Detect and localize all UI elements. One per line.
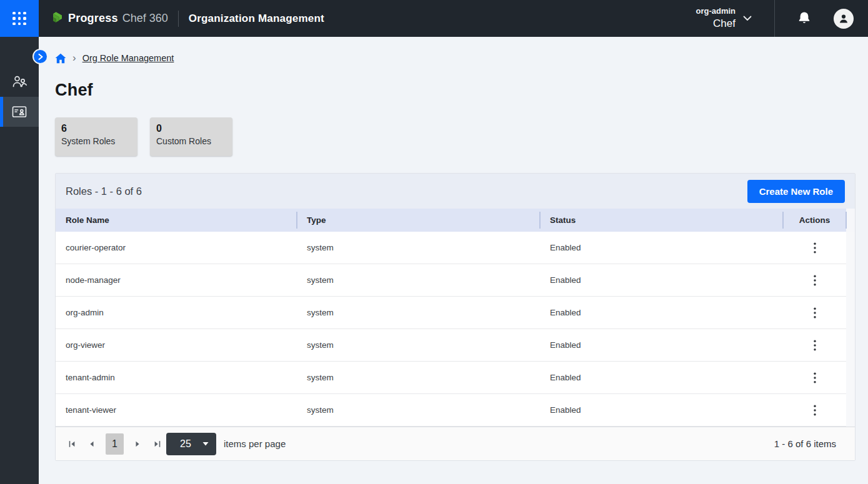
- create-new-role-button[interactable]: Create New Role: [747, 180, 845, 203]
- cell-role-name: tenant-admin: [56, 362, 297, 393]
- cell-actions: [783, 264, 846, 296]
- org-switcher[interactable]: org-admin Chef: [696, 6, 752, 31]
- brand-name-secondary: Chef 360: [122, 12, 168, 25]
- kebab-menu-icon: [814, 405, 816, 416]
- cell-role-name: node-manager: [56, 264, 297, 296]
- breadcrumb: › Org Role Management: [55, 52, 856, 64]
- sidebar-item-users[interactable]: [0, 67, 39, 97]
- table-row: tenant-viewer system Enabled: [56, 394, 846, 427]
- cell-actions: [783, 297, 846, 328]
- cell-actions: [783, 362, 846, 393]
- cell-type: system: [297, 394, 540, 426]
- org-switcher-role: org-admin: [696, 6, 736, 17]
- brand-logo: Progress Chef 360: [49, 11, 168, 26]
- dropdown-caret-icon: [202, 442, 209, 446]
- cell-status: Enabled: [540, 264, 783, 296]
- cell-status: Enabled: [540, 329, 783, 361]
- progress-chevron-logo-icon: [49, 11, 64, 26]
- pagination: 1: [67, 433, 162, 455]
- column-header-type[interactable]: Type: [297, 209, 540, 232]
- first-page-button[interactable]: [67, 438, 77, 450]
- cell-actions: [783, 232, 846, 264]
- cell-type: system: [297, 264, 540, 296]
- stat-cards: 6 System Roles 0 Custom Roles: [55, 117, 856, 156]
- kebab-menu-icon: [814, 275, 816, 286]
- page-title: Chef: [55, 81, 856, 100]
- top-bar: Progress Chef 360 Organization Managemen…: [0, 0, 868, 37]
- stat-value: 0: [156, 123, 226, 134]
- cell-type: system: [297, 362, 540, 393]
- cell-status: Enabled: [540, 394, 783, 426]
- prev-page-icon: [87, 440, 95, 448]
- topbar-divider: [774, 0, 775, 37]
- cell-role-name: tenant-viewer: [56, 394, 297, 426]
- items-per-page-label: items per page: [224, 438, 286, 449]
- notifications-button[interactable]: [794, 8, 815, 29]
- table-row: org-viewer system Enabled: [56, 329, 846, 362]
- prev-page-button[interactable]: [86, 438, 96, 450]
- stat-card-system-roles: 6 System Roles: [55, 117, 137, 156]
- app-title: Organization Management: [189, 12, 324, 25]
- first-page-icon: [67, 440, 76, 448]
- users-icon: [11, 74, 28, 90]
- table-row: tenant-admin system Enabled: [56, 362, 846, 394]
- id-badge-icon: [11, 104, 27, 119]
- topbar-divider: [178, 11, 179, 27]
- page-size-dropdown[interactable]: 25: [166, 433, 216, 455]
- stat-label: System Roles: [61, 136, 131, 146]
- app-switcher-button[interactable]: [0, 0, 39, 37]
- main-content: › Org Role Management Chef 6 System Role…: [39, 37, 868, 484]
- cell-role-name: org-admin: [56, 297, 297, 328]
- pagination-range-label: 1 - 6 of 6 items: [774, 438, 836, 449]
- table-body-rows: courier-operator system Enabled node-man…: [56, 232, 846, 427]
- table-footer: 1 25 items per page 1: [56, 427, 855, 460]
- row-actions-menu-button[interactable]: [806, 336, 824, 355]
- table-toolbar: Roles - 1 - 6 of 6 Create New Role: [56, 174, 855, 209]
- table-header-row: Role Name Type Status Actions: [56, 209, 855, 232]
- org-switcher-org: Chef: [713, 17, 736, 31]
- kebab-menu-icon: [814, 340, 816, 351]
- kebab-menu-icon: [814, 372, 816, 383]
- stat-card-custom-roles: 0 Custom Roles: [150, 117, 232, 156]
- cell-type: system: [297, 297, 540, 328]
- home-icon[interactable]: [55, 53, 66, 64]
- breadcrumb-link-org-role-management[interactable]: Org Role Management: [82, 53, 174, 63]
- last-page-button[interactable]: [152, 438, 162, 450]
- column-header-role-name[interactable]: Role Name: [56, 209, 297, 232]
- table-scrollbar-gutter[interactable]: [846, 232, 855, 427]
- row-actions-menu-button[interactable]: [806, 271, 824, 290]
- avatar-icon: [838, 13, 849, 24]
- cell-status: Enabled: [540, 362, 783, 393]
- roles-table-card: Roles - 1 - 6 of 6 Create New Role Role …: [55, 173, 856, 461]
- breadcrumb-separator-icon: ›: [72, 52, 76, 64]
- bell-icon: [797, 11, 811, 26]
- sidebar: [0, 37, 39, 484]
- row-actions-menu-button[interactable]: [806, 304, 824, 322]
- row-actions-menu-button[interactable]: [806, 401, 824, 420]
- stat-value: 6: [61, 123, 131, 134]
- column-header-actions: Actions: [783, 209, 846, 232]
- page-size-value: 25: [176, 438, 202, 450]
- last-page-icon: [153, 440, 162, 448]
- cell-role-name: courier-operator: [56, 232, 297, 264]
- cell-status: Enabled: [540, 232, 783, 264]
- header-scrollbar-spacer: [846, 209, 855, 232]
- account-button[interactable]: [834, 9, 854, 29]
- table-body: courier-operator system Enabled node-man…: [56, 232, 855, 427]
- column-header-status[interactable]: Status: [540, 209, 783, 232]
- cell-status: Enabled: [540, 297, 783, 328]
- next-page-button[interactable]: [133, 438, 143, 450]
- cell-type: system: [297, 232, 540, 264]
- apps-grid-icon: [12, 12, 26, 26]
- table-title: Roles - 1 - 6 of 6: [66, 185, 142, 197]
- sidebar-item-org-roles[interactable]: [0, 97, 39, 127]
- stat-label: Custom Roles: [156, 136, 226, 146]
- sidebar-expand-toggle[interactable]: [34, 50, 47, 63]
- table-row: courier-operator system Enabled: [56, 232, 846, 264]
- row-actions-menu-button[interactable]: [806, 368, 824, 387]
- cell-actions: [783, 394, 846, 426]
- cell-role-name: org-viewer: [56, 329, 297, 361]
- row-actions-menu-button[interactable]: [806, 239, 824, 257]
- kebab-menu-icon: [814, 242, 816, 254]
- page-number-button[interactable]: 1: [106, 433, 124, 455]
